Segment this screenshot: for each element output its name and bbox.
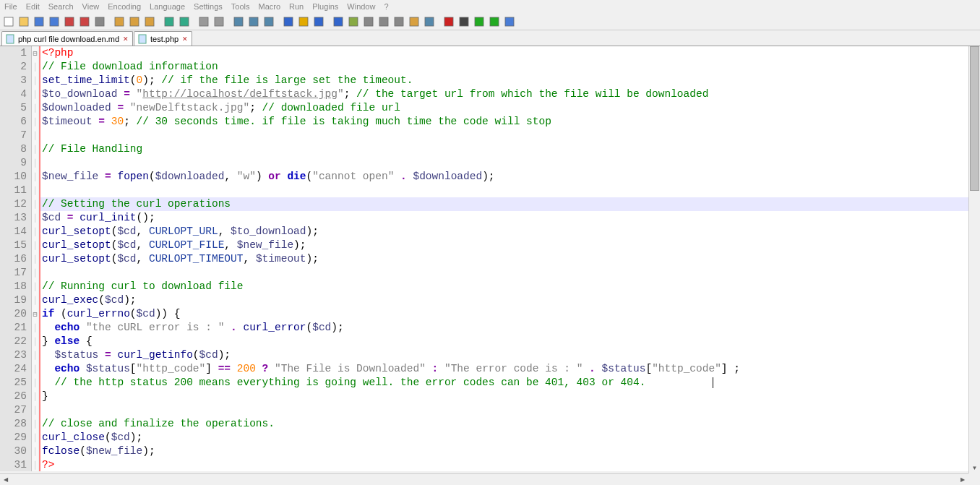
fold-marker[interactable]: │ <box>32 184 38 197</box>
find-icon[interactable] <box>197 14 211 29</box>
code-line[interactable]: fclose($new_file); <box>40 445 980 458</box>
menu-view[interactable]: View <box>82 2 100 11</box>
code-line[interactable]: curl_close($cd); <box>40 431 980 445</box>
sync-icon[interactable] <box>262 14 276 29</box>
tab-1[interactable]: test.php✕ <box>134 31 192 46</box>
zoomout-icon[interactable] <box>246 14 261 29</box>
tab-close-icon[interactable]: ✕ <box>181 35 189 43</box>
monitor-icon[interactable] <box>422 14 437 29</box>
code-line[interactable]: $cd = curl_init(); <box>40 211 980 225</box>
code-line[interactable]: echo $status["http_code"] == 200 ? "The … <box>40 362 980 376</box>
doc-map-icon[interactable] <box>361 14 376 29</box>
menu-window[interactable]: Window <box>347 2 375 11</box>
print-icon[interactable] <box>93 14 107 29</box>
fold-marker[interactable]: │ <box>32 445 38 458</box>
code-line[interactable]: // File Handling <box>40 142 980 156</box>
fold-marker[interactable]: │ <box>32 403 38 417</box>
fold-marker[interactable]: │ <box>32 239 38 252</box>
menu-settings[interactable]: Settings <box>194 2 223 11</box>
code-line[interactable]: echo "the cURL error is : " . curl_error… <box>40 321 980 335</box>
code-line[interactable] <box>40 403 980 417</box>
code-line[interactable]: } <box>40 390 980 403</box>
paste-icon[interactable] <box>142 14 157 29</box>
play-icon[interactable] <box>472 14 486 29</box>
code-line[interactable]: set_time_limit(0); // if the file is lar… <box>40 74 980 87</box>
fold-marker[interactable]: │ <box>32 390 38 403</box>
code-line[interactable] <box>40 266 980 280</box>
indent-icon[interactable] <box>311 14 326 29</box>
fold-marker[interactable]: │ <box>32 60 38 74</box>
fold-marker[interactable]: │ <box>32 142 38 156</box>
vertical-scrollbar[interactable]: ▲ ▼ <box>968 46 980 473</box>
code-line[interactable]: // Setting the curl operations <box>40 197 980 211</box>
fold-marker[interactable]: │ <box>32 458 38 472</box>
scroll-down-icon[interactable]: ▼ <box>969 462 980 473</box>
new-icon[interactable] <box>1 14 16 29</box>
tab-close-icon[interactable]: ✕ <box>122 35 129 43</box>
menu-tools[interactable]: Tools <box>231 2 250 11</box>
fold-marker[interactable]: │ <box>32 225 38 239</box>
fold-marker[interactable]: │ <box>32 197 38 211</box>
saveall-icon[interactable] <box>47 14 61 29</box>
horizontal-scrollbar[interactable]: ◀ ▶ <box>0 473 968 485</box>
code-area[interactable]: <?php// File download informationset_tim… <box>40 46 980 471</box>
replace-icon[interactable] <box>212 14 226 29</box>
fold-marker[interactable]: │ <box>32 156 38 170</box>
showall-icon[interactable] <box>296 14 311 29</box>
playmulti-icon[interactable] <box>487 14 502 29</box>
code-line[interactable] <box>40 184 980 197</box>
redo-icon[interactable] <box>177 14 192 29</box>
fold-marker[interactable]: │ <box>32 321 38 335</box>
menu-macro[interactable]: Macro <box>258 2 280 11</box>
scroll-right-icon[interactable]: ▶ <box>957 474 968 485</box>
fold-marker[interactable]: │ <box>32 376 38 390</box>
wordwrap-icon[interactable] <box>281 14 296 29</box>
savemacro-icon[interactable] <box>502 14 517 29</box>
code-line[interactable]: // close and finalize the operations. <box>40 417 980 431</box>
code-line[interactable]: curl_exec($cd); <box>40 293 980 307</box>
fold-marker[interactable]: │ <box>32 266 38 280</box>
code-line[interactable]: curl_setopt($cd, CURLOPT_URL, $to_downlo… <box>40 225 980 239</box>
func-list-icon[interactable] <box>392 14 406 29</box>
menu-plugins[interactable]: Plugins <box>312 2 338 11</box>
fold-marker[interactable]: │ <box>32 87 38 101</box>
vscroll-thumb[interactable] <box>970 46 979 191</box>
foldlevel-icon[interactable] <box>331 14 345 29</box>
fold-marker[interactable]: │ <box>32 431 38 445</box>
open-icon[interactable] <box>17 14 31 29</box>
fold-marker[interactable]: │ <box>32 129 38 142</box>
fold-marker[interactable]: │ <box>32 170 38 184</box>
code-line[interactable]: curl_setopt($cd, CURLOPT_FILE, $new_file… <box>40 239 980 252</box>
menu-file[interactable]: File <box>4 2 17 11</box>
code-line[interactable] <box>40 156 980 170</box>
save-icon[interactable] <box>32 14 46 29</box>
fold-marker[interactable]: │ <box>32 417 38 431</box>
stop-icon[interactable] <box>457 14 471 29</box>
folder-icon[interactable] <box>407 14 421 29</box>
menu-language[interactable]: Language <box>150 2 185 11</box>
fold-marker[interactable]: ⊟ <box>32 307 38 321</box>
menu-search[interactable]: Search <box>48 2 74 11</box>
fold-marker[interactable]: │ <box>32 335 38 348</box>
zoomin-icon[interactable] <box>231 14 246 29</box>
code-line[interactable]: // File download information <box>40 60 980 74</box>
code-line[interactable]: $new_file = fopen($downloaded, "w") or d… <box>40 170 980 184</box>
code-line[interactable]: // the http status 200 means everything … <box>40 376 980 390</box>
tab-0[interactable]: php curl file download.en.md✕ <box>1 31 133 46</box>
scroll-left-icon[interactable]: ◀ <box>0 474 12 485</box>
menu-edit[interactable]: Edit <box>26 2 40 11</box>
fold-marker[interactable]: │ <box>32 211 38 225</box>
fold-column[interactable]: ⊟││││││││││││││││││⊟│││││││││││ <box>32 46 39 471</box>
code-line[interactable]: $to_download = "http://localhost/delftst… <box>40 87 980 101</box>
menu-help[interactable]: ? <box>384 2 388 11</box>
fold-marker[interactable]: │ <box>32 293 38 307</box>
code-line[interactable]: <?php <box>40 46 980 60</box>
code-line[interactable]: ?> <box>40 458 980 471</box>
code-line[interactable]: $downloaded = "newDelftstack.jpg"; // do… <box>40 101 980 115</box>
code-line[interactable]: if (curl_errno($cd)) { <box>40 307 980 321</box>
closeall-icon[interactable] <box>77 14 92 29</box>
fold-marker[interactable]: │ <box>32 115 38 129</box>
cut-icon[interactable] <box>112 14 126 29</box>
code-line[interactable]: $timeout = 30; // 30 seconds time. if fi… <box>40 115 980 129</box>
record-icon[interactable] <box>442 14 456 29</box>
